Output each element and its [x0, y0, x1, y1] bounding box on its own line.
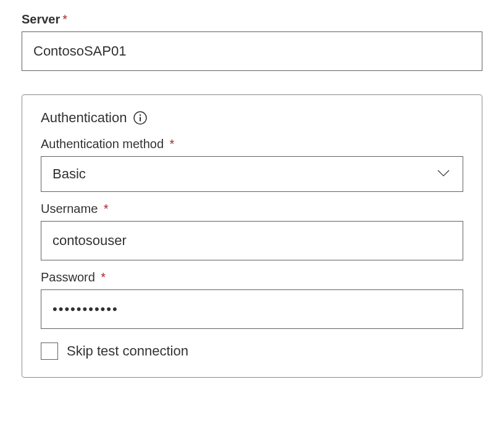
- authentication-title: Authentication: [41, 110, 127, 126]
- required-asterisk: *: [100, 202, 108, 215]
- auth-method-label: Authentication method *: [41, 137, 463, 151]
- password-input[interactable]: [41, 289, 463, 329]
- server-label: Server*: [22, 12, 482, 27]
- skip-test-label[interactable]: Skip test connection: [67, 343, 188, 359]
- required-asterisk: *: [166, 137, 174, 151]
- authentication-section: Authentication Authentication method * B…: [22, 94, 482, 378]
- svg-rect-2: [140, 117, 141, 122]
- password-label-text: Password: [41, 270, 95, 284]
- auth-method-select[interactable]: Basic: [41, 156, 463, 192]
- server-field-group: Server*: [22, 12, 482, 71]
- skip-test-row: Skip test connection: [41, 343, 463, 360]
- password-label: Password *: [41, 270, 463, 285]
- authentication-header: Authentication: [41, 110, 463, 126]
- password-field-group: Password *: [41, 270, 463, 329]
- auth-method-select-wrapper: Basic: [41, 156, 463, 192]
- svg-point-1: [140, 114, 141, 115]
- server-label-text: Server: [22, 12, 60, 26]
- username-input[interactable]: [41, 221, 463, 260]
- required-asterisk: *: [62, 12, 67, 26]
- auth-method-field-group: Authentication method * Basic: [41, 137, 463, 192]
- username-label: Username *: [41, 202, 463, 216]
- skip-test-checkbox[interactable]: [41, 343, 58, 360]
- server-input[interactable]: [22, 31, 482, 71]
- required-asterisk: *: [98, 270, 106, 284]
- username-label-text: Username: [41, 202, 98, 215]
- info-icon[interactable]: [133, 110, 148, 125]
- auth-method-selected-value: Basic: [52, 166, 86, 182]
- username-field-group: Username *: [41, 202, 463, 260]
- auth-method-label-text: Authentication method: [41, 137, 164, 151]
